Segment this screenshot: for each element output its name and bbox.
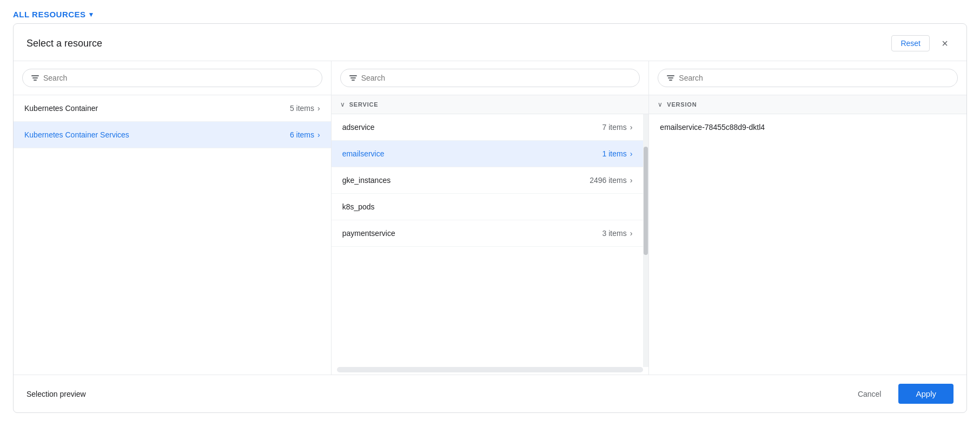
left-column: Kubernetes Container 5 items › Kubernete… [14, 61, 332, 375]
item-count: 3 items [602, 229, 627, 238]
dialog-footer: Selection preview Cancel Apply [14, 375, 966, 412]
item-count: 2496 items [590, 176, 626, 185]
middle-scrollbar[interactable] [643, 114, 648, 367]
selection-preview-label: Selection preview [27, 390, 86, 398]
middle-search-input[interactable] [361, 74, 631, 82]
dialog-header: Select a resource Reset × [14, 24, 966, 61]
chevron-right-icon: › [630, 149, 633, 158]
horizontal-scrollbar[interactable] [337, 367, 644, 372]
middle-column: ∨ SERVICE adservice 7 items › emailservi… [332, 61, 650, 375]
all-resources-button[interactable]: ALL RESOURCES ▼ [13, 10, 95, 19]
all-resources-label: ALL RESOURCES [13, 10, 86, 19]
list-item[interactable]: paymentservice 3 items › [332, 220, 644, 247]
version-label: emailservice-78455c88d9-dktl4 [660, 123, 765, 132]
cancel-button[interactable]: Cancel [849, 385, 890, 403]
item-right: 3 items › [602, 229, 633, 238]
middle-list: adservice 7 items › emailservice 1 items… [332, 114, 644, 367]
left-search-input[interactable] [43, 74, 313, 82]
item-label: k8s_pods [342, 202, 375, 211]
section-header-label: VERSION [667, 101, 697, 108]
chevron-right-icon: › [630, 123, 633, 132]
left-search-box [14, 61, 331, 95]
left-search-wrapper[interactable] [22, 69, 322, 87]
list-item[interactable]: Kubernetes Container 5 items › [14, 95, 331, 122]
middle-search-box [332, 61, 649, 95]
list-item[interactable]: emailservice-78455c88d9-dktl4 [649, 114, 966, 140]
item-count: 1 items [602, 149, 627, 158]
list-item[interactable]: Kubernetes Container Services 6 items › [14, 122, 331, 148]
item-count: 7 items [602, 123, 627, 132]
item-right: 6 items › [290, 130, 320, 139]
filter-icon-left [31, 75, 39, 81]
item-label: adservice [342, 123, 375, 132]
middle-search-wrapper[interactable] [340, 69, 640, 87]
list-item[interactable]: gke_instances 2496 items › [332, 167, 644, 194]
middle-section-header: ∨ SERVICE [332, 95, 649, 114]
chevron-right-icon: › [317, 130, 320, 139]
close-button[interactable]: × [936, 35, 953, 52]
item-label: Kubernetes Container [24, 104, 98, 113]
item-count: 5 items [290, 104, 314, 113]
middle-content-area: adservice 7 items › emailservice 1 items… [332, 114, 649, 367]
right-search-box [649, 61, 966, 95]
item-right: 7 items › [602, 123, 633, 132]
chevron-down-icon: ▼ [88, 11, 95, 18]
item-label: Kubernetes Container Services [24, 130, 129, 139]
resource-dialog: Select a resource Reset × [13, 23, 967, 413]
top-bar: ALL RESOURCES ▼ [0, 0, 980, 19]
item-label: gke_instances [342, 176, 391, 185]
section-chevron-icon: ∨ [340, 101, 345, 108]
right-search-wrapper[interactable] [658, 69, 958, 87]
item-label: paymentservice [342, 229, 395, 238]
dialog-title: Select a resource [27, 38, 102, 49]
item-right: 1 items › [602, 149, 633, 158]
item-count: 6 items [290, 130, 314, 139]
filter-icon-middle [349, 75, 357, 81]
chevron-right-icon: › [317, 104, 320, 113]
left-column-content: Kubernetes Container 5 items › Kubernete… [14, 95, 331, 375]
reset-button[interactable]: Reset [891, 35, 930, 51]
item-label: emailservice [342, 149, 385, 158]
list-item[interactable]: adservice 7 items › [332, 114, 644, 141]
footer-actions: Cancel Apply [849, 384, 953, 404]
chevron-right-icon: › [630, 176, 633, 185]
section-chevron-icon: ∨ [658, 101, 663, 108]
dialog-body: Kubernetes Container 5 items › Kubernete… [14, 61, 966, 375]
scrollbar-thumb[interactable] [644, 147, 648, 255]
right-search-input[interactable] [679, 74, 949, 82]
right-section-header: ∨ VERSION [649, 95, 966, 114]
filter-icon-right [667, 75, 674, 81]
right-column: ∨ VERSION emailservice-78455c88d9-dktl4 [649, 61, 966, 375]
right-column-content: emailservice-78455c88d9-dktl4 [649, 114, 966, 375]
chevron-right-icon: › [630, 229, 633, 238]
section-header-label: SERVICE [349, 101, 379, 108]
list-item[interactable]: emailservice 1 items › [332, 141, 644, 167]
dialog-header-actions: Reset × [891, 35, 953, 52]
apply-button[interactable]: Apply [898, 384, 953, 404]
item-right: 2496 items › [590, 176, 632, 185]
item-right: 5 items › [290, 104, 320, 113]
list-item[interactable]: k8s_pods [332, 194, 644, 220]
